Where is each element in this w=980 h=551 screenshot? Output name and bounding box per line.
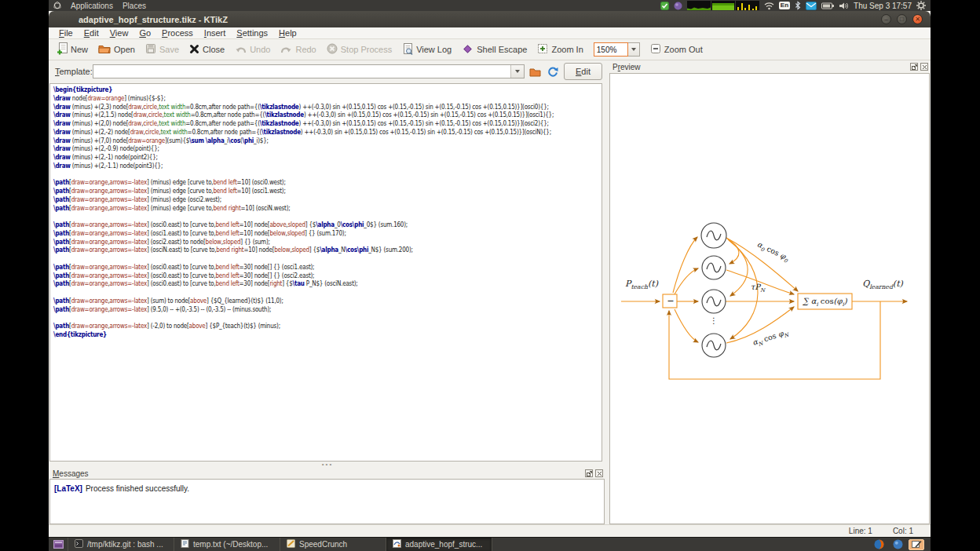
template-row: Template: Edit (49, 61, 605, 82)
new-button[interactable]: New (57, 42, 88, 57)
stop-process-button[interactable]: Stop Process (327, 43, 392, 56)
open-button[interactable]: Open (98, 43, 135, 56)
menu-edit[interactable]: Edit (79, 27, 104, 39)
bottom-taskbar: /tmp/ktikz.git : bash ... temp.txt (~/De… (49, 537, 931, 551)
menu-insert[interactable]: Insert (199, 27, 232, 39)
undock-icon[interactable] (910, 63, 918, 71)
app-orb-icon[interactable] (674, 2, 682, 10)
preview-title: Preview (612, 63, 641, 71)
taskbar-item-label: adaptive_hopf_struc... (405, 540, 482, 549)
close-window-button[interactable]: ✕ (912, 14, 923, 24)
zoom-level-value[interactable]: 150% (594, 42, 628, 57)
redo-button[interactable]: Redo (280, 44, 316, 56)
terminal-icon (75, 539, 83, 549)
close-x-icon (189, 44, 199, 56)
clock[interactable]: Thu Sep 3 17:57 (854, 2, 912, 10)
statusbar: Line: 1 Col: 1 (49, 524, 931, 537)
applications-label: Applications (71, 2, 113, 10)
zoom-out-button[interactable]: Zoom Out (650, 43, 703, 56)
close-file-button[interactable]: Close (189, 44, 225, 56)
menu-file[interactable]: File (53, 27, 79, 39)
menu-view[interactable]: View (104, 27, 134, 39)
undock-icon[interactable] (585, 469, 593, 477)
stop-icon (327, 43, 338, 56)
messages-title: Messages (53, 469, 89, 478)
template-value[interactable] (93, 65, 510, 78)
redo-icon (280, 44, 292, 56)
template-reload-button[interactable] (545, 64, 559, 78)
template-label: Template: (55, 67, 93, 76)
ktikz-window: adaptive_hopf_structure.tikz - KTikZ – □… (49, 11, 931, 537)
template-edit-button[interactable]: Edit (564, 63, 602, 80)
firefox-tray-button[interactable] (871, 539, 887, 550)
qlearned-label: Qlearned(t) (859, 279, 906, 290)
menu-help[interactable]: Help (273, 27, 302, 39)
preview-header: Preview (609, 61, 930, 72)
template-dropdown[interactable] (510, 65, 524, 78)
battery-icon[interactable] (821, 2, 834, 9)
maximize-button[interactable]: □ (897, 14, 907, 24)
view-log-label: View Log (416, 45, 452, 54)
window-list-applet-icon[interactable] (49, 538, 68, 551)
taskbar-item-textfile[interactable]: temp.txt (~/Desktop... (174, 538, 280, 551)
minimize-button[interactable]: – (881, 14, 891, 24)
taskbar-item-label: temp.txt (~/Desktop... (193, 540, 268, 549)
taskbar-item-speedcrunch[interactable]: SpeedCrunch (280, 538, 386, 551)
template-open-button[interactable] (528, 64, 542, 78)
taskbar-item-ktikz[interactable]: adaptive_hopf_struc... (386, 538, 492, 551)
bluetooth-icon[interactable] (795, 1, 801, 10)
menubar: File Edit View Go Process Insert Setting… (49, 27, 931, 39)
places-menu[interactable]: Places (118, 0, 151, 11)
zoom-out-label: Zoom Out (664, 45, 703, 54)
updates-ok-icon[interactable] (660, 2, 669, 10)
latex-tag: [LaTeX] (54, 484, 82, 493)
window-title: adaptive_hopf_structure.tikz - KTikZ (79, 15, 228, 24)
sum-node-label: ∑ αi cos(φi) (798, 294, 852, 309)
hopf-oscillator-diagram (610, 74, 930, 524)
status-col: Col: 1 (893, 527, 913, 535)
close-pane-icon[interactable] (595, 469, 603, 477)
toolbar: New Open Save Close Undo Redo (49, 39, 931, 60)
messages-log[interactable]: [LaTeX]Process finished successfully. (49, 479, 605, 524)
system-monitor-applet[interactable] (687, 1, 759, 10)
menu-go[interactable]: Go (133, 27, 156, 39)
ktikz-icon (393, 539, 401, 549)
vertical-dots: ⋮ (709, 316, 719, 325)
close-label: Close (203, 45, 225, 54)
globe-tray-button[interactable] (890, 539, 905, 550)
menu-process[interactable]: Process (156, 27, 199, 39)
splitter-handle[interactable]: ••• (316, 462, 339, 467)
speedcrunch-icon (287, 539, 295, 549)
status-line: Line: 1 (849, 527, 872, 535)
menu-settings[interactable]: Settings (231, 27, 273, 39)
session-gear-icon[interactable] (916, 1, 926, 10)
zoom-in-button[interactable]: Zoom In (537, 43, 583, 56)
view-log-button[interactable]: View Log (402, 43, 452, 57)
open-folder-icon (98, 43, 111, 56)
undo-button[interactable]: Undo (235, 44, 270, 56)
tikz-preview-canvas[interactable]: Pteach(t) Qlearned(t) − ∑ αi cos(φi) τPN… (609, 73, 930, 524)
taskbar-item-terminal[interactable]: /tmp/ktikz.git : bash ... (68, 538, 174, 551)
view-log-icon (402, 43, 413, 57)
mail-icon[interactable] (806, 2, 817, 10)
editor-tray-button[interactable] (909, 539, 924, 550)
wifi-icon[interactable] (764, 2, 774, 10)
zoom-in-label: Zoom In (551, 45, 583, 54)
code-editor[interactable]: \begin{tikzpicture}\draw node[draw=orang… (49, 83, 602, 462)
shell-escape-button[interactable]: Shell Escape (462, 43, 527, 57)
close-pane-icon[interactable] (920, 63, 928, 71)
taskbar-item-label: SpeedCrunch (299, 540, 347, 549)
save-button[interactable]: Save (145, 43, 179, 56)
undo-label: Undo (250, 45, 270, 54)
titlebar[interactable]: adaptive_hopf_structure.tikz - KTikZ – □… (49, 11, 931, 27)
distro-menu[interactable] (49, 0, 66, 11)
zoom-combo-dropdown[interactable] (628, 42, 640, 57)
save-icon (145, 43, 156, 56)
template-combo[interactable] (93, 64, 525, 78)
applications-menu[interactable]: Applications (66, 0, 118, 11)
taskbar-item-label: /tmp/ktikz.git : bash ... (87, 540, 163, 549)
keyboard-layout-indicator[interactable]: En (779, 2, 790, 9)
shell-escape-icon (462, 43, 474, 57)
volume-icon[interactable] (839, 2, 849, 10)
zoom-level-combo[interactable]: 150% (594, 42, 640, 57)
